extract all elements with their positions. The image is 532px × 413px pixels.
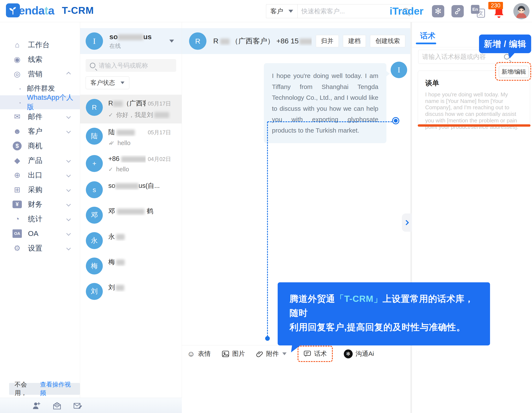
chat-search-input[interactable] — [99, 62, 179, 69]
add-edit-tooltip: 新增 / 编辑 — [479, 35, 531, 53]
annotation-ring-dot — [392, 117, 399, 124]
chat-name: 梅 — [108, 257, 171, 266]
avatar: + — [86, 155, 103, 172]
chat-name: 邓鹤 — [108, 207, 171, 216]
chat-list-item[interactable]: 梅 梅 — [80, 253, 182, 279]
bullet-icon: · — [19, 98, 21, 107]
notification-badge: 230 — [488, 2, 503, 9]
paperclip-icon — [256, 350, 263, 358]
customer-status-select[interactable]: 客户状态 — [86, 76, 129, 89]
chevron-up-icon — [66, 72, 71, 76]
search-category-value: 客户 — [270, 7, 283, 16]
chevron-down-icon — [66, 217, 71, 221]
check-icon: ✓ — [108, 166, 113, 173]
avatar: 陆 — [86, 128, 103, 145]
app-title: T-CRM — [62, 5, 94, 16]
sidebar-item-settings[interactable]: ⚙ 设置 — [0, 241, 80, 256]
account-header[interactable]: I sous 在线 — [80, 28, 182, 54]
sidebar-item-marketing[interactable]: ◎ 营销 — [0, 67, 80, 81]
chat-list-item[interactable]: R R（广西客... 05月17日 ✓ 你好，我是刘 — [80, 95, 182, 123]
chat-list-item[interactable]: 永 永 — [80, 228, 182, 253]
sidebar-item-customers[interactable]: ☻ 客户 — [0, 124, 80, 138]
help-pill: 不会用， 查看操作视频 — [9, 383, 80, 395]
marketing-icon: ◎ — [12, 70, 22, 79]
settings-gear-icon: ⚙ — [12, 244, 22, 253]
ai-assistant-icon[interactable]: ✻ — [432, 5, 444, 17]
top-bar: endata T-CRM 客户 iTrader ✻ 文 En 230 — [0, 0, 532, 22]
collapse-panel-button[interactable] — [402, 213, 412, 232]
archive-button[interactable]: 建档 — [343, 35, 366, 47]
sidebar-item-leads[interactable]: ◉ 线索 — [0, 52, 80, 67]
script-button[interactable]: 话术 — [298, 346, 333, 362]
sidebar-item-products[interactable]: ◆ 产品 — [0, 153, 80, 168]
chat-preview: ✓ hello — [108, 166, 171, 173]
finance-icon: ¥ — [12, 201, 22, 208]
avatar: 邓 — [86, 207, 103, 224]
notification-bell[interactable]: 230 — [492, 3, 506, 20]
itrader-logo[interactable]: iTrader — [390, 5, 423, 17]
annotation-dashed-line-vertical — [267, 122, 268, 337]
sidebar-item-export[interactable]: ⊕ 出口 — [0, 168, 80, 182]
add-contact-icon[interactable] — [32, 401, 41, 410]
avatar: R — [86, 99, 103, 116]
chat-search-wrap — [86, 59, 176, 72]
tab-script[interactable]: 话术 — [420, 31, 435, 41]
mail-open-icon[interactable] — [52, 401, 62, 410]
annotation-dashed-line-horizontal — [267, 121, 392, 122]
feature-callout: 腾道外贸通「T-CRM」上设置常用的话术库，随时 利用回复客户,提高回复的及时性… — [278, 282, 490, 345]
mail-compose-icon[interactable] — [73, 401, 83, 410]
chat-name: R（广西客... — [108, 99, 146, 108]
workbench-icon: ⌂ — [12, 40, 22, 49]
chat-list-item[interactable]: 刘 刘 — [80, 279, 182, 304]
message-bubble: I hope you're doing well today. I am Tif… — [264, 63, 386, 143]
chevron-right-icon — [404, 220, 409, 225]
add-edit-button[interactable]: 新增/编辑 — [499, 66, 529, 78]
bullet-icon: · — [19, 84, 21, 93]
chat-date: 05月17日 — [148, 129, 171, 136]
sidebar-item-workbench[interactable]: ⌂ 工作台 — [0, 37, 80, 52]
chat-name: 永 — [108, 232, 171, 241]
translate-icon[interactable]: 文 En — [471, 5, 485, 18]
merge-button[interactable]: 归并 — [316, 35, 339, 47]
contact-title: R（广西客户） +86 1556 — [213, 36, 312, 46]
oa-icon: OA — [12, 229, 22, 238]
contact-avatar: R — [189, 32, 206, 50]
sidebar-item-statistics[interactable]: ◔ 统计 — [0, 211, 80, 226]
link-icon[interactable] — [451, 5, 464, 17]
image-icon — [222, 350, 229, 358]
avatar: s — [86, 181, 103, 198]
chevron-down-icon — [66, 246, 71, 250]
double-check-icon: ✓✓ — [108, 140, 112, 147]
watch-tutorial-link[interactable]: 查看操作视频 — [40, 380, 74, 397]
sidebar-item-whatsapp-personal[interactable]: · WhatsApp个人版 — [0, 95, 80, 109]
account-name: sous — [109, 33, 169, 41]
chat-date: 04月02日 — [148, 156, 171, 163]
chat-list-item[interactable]: + +86 ... 04月02日 ✓ hello — [80, 151, 182, 177]
global-search-input[interactable] — [301, 8, 402, 15]
avatar: 永 — [86, 232, 103, 249]
user-avatar[interactable] — [513, 3, 530, 19]
emoji-button[interactable]: ☺ 表情 — [187, 349, 211, 358]
chevron-down-icon — [66, 173, 71, 177]
brand-logo[interactable]: endata T-CRM — [6, 3, 94, 17]
chevron-down-icon — [282, 352, 286, 355]
chevron-down-icon — [66, 158, 71, 163]
ai-chat-button[interactable]: ✻ 沟通Ai — [344, 349, 374, 358]
script-search-input[interactable] — [422, 53, 504, 60]
sidebar-item-oa[interactable]: OA OA — [0, 226, 80, 241]
avatar: 梅 — [86, 257, 103, 275]
sidebar-item-procurement[interactable]: ⊞ 采购 — [0, 182, 80, 197]
chat-list-item[interactable]: s sous(自... — [80, 177, 182, 202]
chevron-down-icon[interactable] — [169, 40, 174, 43]
sidebar-item-finance[interactable]: ¥ 财务 — [0, 197, 80, 211]
create-lead-button[interactable]: 创建线索 — [370, 35, 405, 47]
chat-main-panel: R R（广西客户） +86 1556 归并 建档 创建线索 I hope you… — [182, 22, 410, 413]
ai-icon: ✻ — [344, 349, 353, 358]
sidebar-item-opportunities[interactable]: $ 商机 — [0, 138, 80, 153]
products-icon: ◆ — [12, 156, 22, 165]
chat-list-item[interactable]: 陆 陆 05月17日 ✓✓ hello — [80, 123, 182, 151]
chat-list-item[interactable]: 邓 邓鹤 — [80, 202, 182, 228]
attachment-button[interactable]: 附件 — [256, 349, 286, 358]
image-button[interactable]: 图片 — [222, 349, 245, 358]
search-category-select[interactable]: 客户 — [266, 4, 297, 18]
